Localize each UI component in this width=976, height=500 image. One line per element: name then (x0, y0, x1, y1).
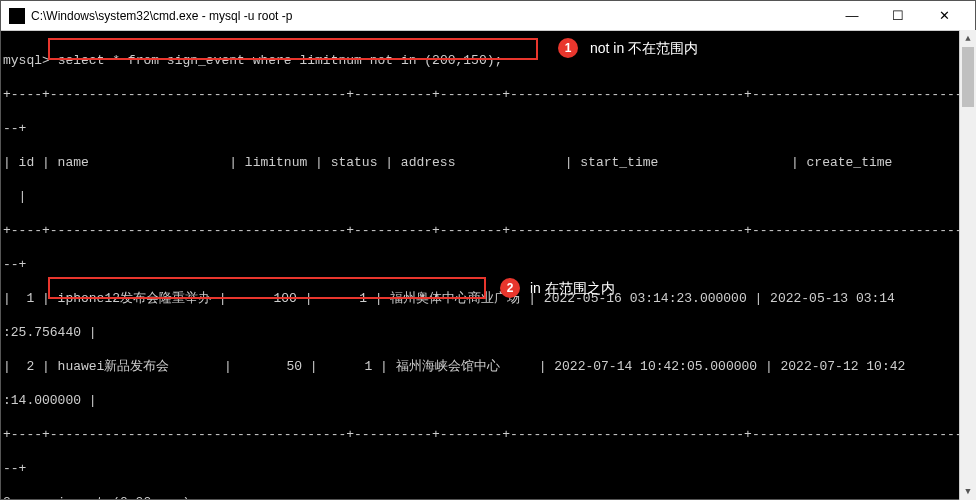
annotation-badge-2: 2 (500, 278, 520, 298)
annotation-text-1: not in 不在范围内 (590, 40, 698, 58)
sql-query-1: select * from sign_event where limitnum … (58, 53, 503, 68)
table-row: | 1 | iphone12发布会隆重举办 | 100 | 1 | 福州奥体中心… (3, 290, 973, 307)
minimize-button[interactable]: — (829, 1, 875, 31)
terminal-window: C:\Windows\system32\cmd.exe - mysql -u r… (0, 0, 976, 500)
sep: +----+----------------------------------… (3, 222, 973, 239)
sep: --+ (3, 460, 973, 477)
scroll-thumb[interactable] (962, 47, 974, 107)
annotation-text-2: in 在范围之内 (530, 280, 615, 298)
table-row: :14.000000 | (3, 392, 973, 409)
sep: +----+----------------------------------… (3, 426, 973, 443)
titlebar: C:\Windows\system32\cmd.exe - mysql -u r… (1, 1, 975, 31)
sep: +----+----------------------------------… (3, 86, 973, 103)
window-title: C:\Windows\system32\cmd.exe - mysql -u r… (31, 9, 829, 23)
scroll-down-icon[interactable]: ▼ (960, 483, 976, 500)
scrollbar[interactable]: ▲ ▼ (959, 30, 976, 500)
cmd-icon (9, 8, 25, 24)
terminal-body[interactable]: mysql> select * from sign_event where li… (1, 31, 975, 499)
scroll-up-icon[interactable]: ▲ (960, 30, 976, 47)
sep: --+ (3, 256, 973, 273)
annotation-badge-1: 1 (558, 38, 578, 58)
close-button[interactable]: ✕ (921, 1, 967, 31)
table-header: | id | name | limitnum | status | addres… (3, 154, 973, 171)
table-row: | 2 | huawei新品发布会 | 50 | 1 | 福州海峡会馆中心 | … (3, 358, 973, 375)
sep: --+ (3, 120, 973, 137)
result-count-1: 2 rows in set (0.00 sec) (3, 494, 973, 499)
table-row: :25.756440 | (3, 324, 973, 341)
maximize-button[interactable]: ☐ (875, 1, 921, 31)
prompt: mysql> (3, 53, 50, 68)
